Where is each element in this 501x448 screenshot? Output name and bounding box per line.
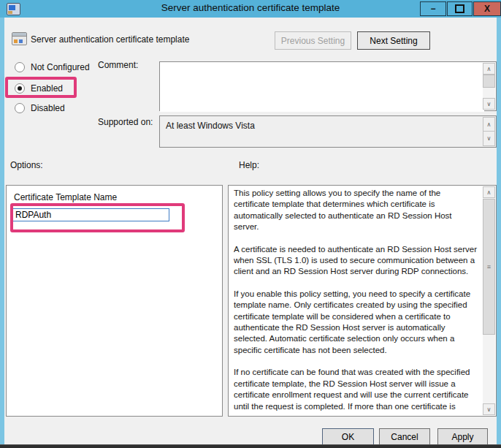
minimize-button[interactable]: − xyxy=(420,1,446,16)
titlebar: Server authentication certificate templa… xyxy=(0,0,501,18)
chevron-up-icon: ∧ xyxy=(487,121,492,128)
help-label: Help: xyxy=(239,160,259,170)
previous-setting-button[interactable]: Previous Setting xyxy=(275,31,351,50)
next-setting-button[interactable]: Next Setting xyxy=(357,31,430,50)
comment-input[interactable] xyxy=(160,62,484,112)
radio-not-configured[interactable]: Not Configured xyxy=(15,62,90,72)
setting-name: Server authentication certificate templa… xyxy=(31,34,189,45)
help-scrollbar: ∧ ≡ ∨ xyxy=(483,186,495,415)
help-panel: This policy setting allows you to specif… xyxy=(228,185,497,417)
supported-on-value: At least Windows Vista xyxy=(166,121,255,131)
supported-on-label: Supported on: xyxy=(98,117,153,127)
help-text: This policy setting allows you to specif… xyxy=(234,188,478,414)
apply-button[interactable]: Apply xyxy=(437,428,488,445)
help-paragraph: If you enable this policy setting, you n… xyxy=(234,289,478,356)
taskbar-edge xyxy=(0,444,501,448)
options-label: Options: xyxy=(10,160,43,170)
supported-scrollbar: ∧ ∨ xyxy=(483,117,495,146)
close-icon: X xyxy=(484,4,490,14)
comment-label: Comment: xyxy=(98,60,138,70)
comment-scrollbar: ∧ ∨ xyxy=(483,63,495,110)
scroll-up-button[interactable]: ∧ xyxy=(483,117,495,132)
scrollbar-thumb[interactable]: ≡ xyxy=(483,199,495,335)
setting-icon xyxy=(12,32,27,45)
scroll-up-button[interactable]: ∧ xyxy=(483,186,495,198)
comment-box: ∧ ∨ xyxy=(159,61,497,111)
chevron-down-icon: ∨ xyxy=(487,406,492,413)
chevron-up-icon: ∧ xyxy=(487,66,492,72)
help-paragraph: This policy setting allows you to specif… xyxy=(234,188,478,233)
close-button[interactable]: X xyxy=(473,1,501,16)
scroll-down-button[interactable]: ∨ xyxy=(483,403,495,415)
maximize-button[interactable] xyxy=(447,1,473,16)
help-paragraph: A certificate is needed to authenticate … xyxy=(234,244,478,278)
radio-label: Enabled xyxy=(31,83,63,94)
radio-label: Disabled xyxy=(31,103,65,113)
radio-circle xyxy=(15,103,25,113)
minimize-icon: − xyxy=(430,4,435,14)
ok-button[interactable]: OK xyxy=(322,428,374,445)
radio-enabled[interactable]: Enabled xyxy=(15,83,63,94)
scroll-down-button[interactable]: ∨ xyxy=(483,131,495,146)
options-panel: Certificate Template Name xyxy=(6,185,223,417)
radio-disabled[interactable]: Disabled xyxy=(15,103,65,113)
scroll-up-button[interactable]: ∧ xyxy=(483,63,495,75)
certificate-template-name-label: Certificate Template Name xyxy=(14,192,117,202)
certificate-template-name-input[interactable] xyxy=(12,208,169,221)
radio-circle-checked xyxy=(15,83,25,94)
scroll-down-button[interactable]: ∨ xyxy=(483,98,495,110)
dialog-body: Server authentication certificate templa… xyxy=(4,18,497,444)
chevron-down-icon: ∨ xyxy=(487,101,492,107)
help-paragraph: If no certificate can be found that was … xyxy=(234,367,478,414)
chevron-up-icon: ∧ xyxy=(487,189,492,196)
chevron-down-icon: ∨ xyxy=(487,135,492,142)
maximize-icon xyxy=(455,4,464,13)
group-policy-setting-window: Server authentication certificate templa… xyxy=(0,0,501,448)
supported-on-box: At least Windows Vista ∧ ∨ xyxy=(159,115,497,148)
radio-label: Not Configured xyxy=(31,62,90,72)
scrollbar-thumb[interactable] xyxy=(483,75,495,88)
radio-circle xyxy=(15,62,25,72)
scrollbar-grip-icon: ≡ xyxy=(487,263,491,270)
cancel-button[interactable]: Cancel xyxy=(379,428,430,445)
